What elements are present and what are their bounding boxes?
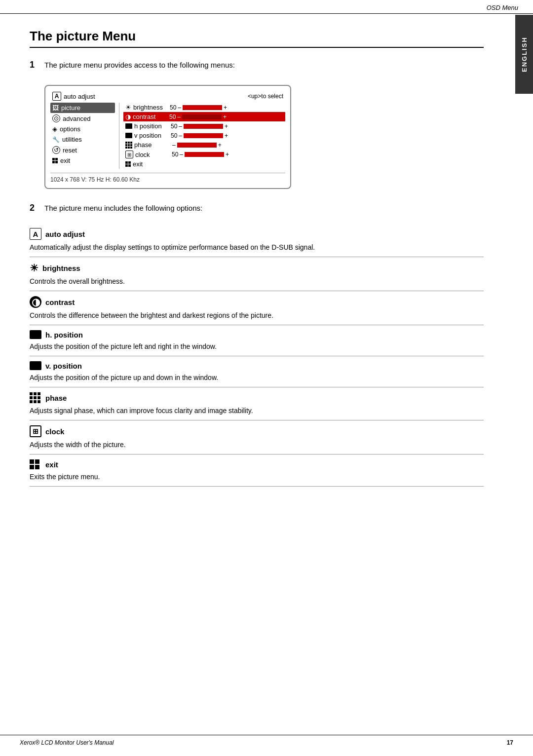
osd-top-right: <up>to select — [248, 93, 283, 100]
contrast-slider — [182, 114, 222, 119]
options-icon-osd: ◈ — [52, 125, 57, 133]
brightness-slider — [183, 105, 222, 110]
osd-row-hposition[interactable]: h position 50 – + — [123, 121, 285, 131]
top-bar: OSD Menu — [0, 0, 533, 14]
title-divider — [30, 47, 484, 48]
option-brightness-header: ☀ brightness — [30, 262, 484, 274]
brightness-title: brightness — [42, 264, 80, 272]
option-clock-header: ⊞ clock — [30, 425, 484, 437]
osd-menu-options[interactable]: ◈ options — [50, 124, 115, 134]
hposition-desc: Adjusts the position of the picture left… — [30, 341, 484, 352]
option-brightness: ☀ brightness Controls the overall bright… — [30, 257, 484, 291]
contrast-icon-osd: ◑ — [125, 113, 131, 120]
step1-text: The picture menu provides access to the … — [44, 60, 235, 69]
main-content: The picture Menu 1 The picture menu prov… — [0, 14, 513, 501]
contrast-icon: ◑ — [30, 296, 41, 308]
option-v-position: v. position Adjusts the position of the … — [30, 356, 484, 387]
hposition-slider — [184, 124, 223, 129]
osd-row-clock[interactable]: ⊞ clock 50 – + — [123, 150, 285, 159]
clock-icon-osd: ⊞ — [125, 151, 133, 158]
step2: 2 The picture menu includes the followin… — [30, 203, 484, 213]
osd-row-brightness[interactable]: ☀ brightness 50 – + — [123, 103, 285, 112]
exit-desc: Exits the picture menu. — [30, 472, 484, 482]
hposition-title: h. position — [45, 331, 83, 339]
osd-top-label: auto adjust — [64, 93, 95, 100]
phase-icon — [30, 392, 41, 403]
brightness-icon: ☀ — [30, 262, 38, 274]
hposition-icon — [30, 330, 41, 339]
clock-desc: Adjusts the width of the picture. — [30, 440, 484, 450]
option-phase-header: phase — [30, 392, 484, 403]
page-footer: Xerox® LCD Monitor User's Manual 17 — [0, 735, 533, 746]
reset-icon-osd: ↺ — [52, 146, 60, 154]
picture-icon-osd: 🖼 — [52, 104, 59, 112]
auto-adjust-icon-osd: A — [52, 92, 61, 101]
auto-adjust-desc: Automatically adjust the display setting… — [30, 242, 484, 253]
osd-menu-utilities[interactable]: 🔧 utilities — [50, 134, 115, 145]
osd-right-menu: ☀ brightness 50 – + ◑ contrast 50 — [123, 103, 285, 169]
vposition-icon-osd — [125, 133, 132, 138]
vposition-slider — [184, 133, 223, 138]
footer-right: 17 — [507, 739, 513, 746]
exit-title: exit — [45, 460, 58, 469]
phase-icon-osd — [125, 142, 132, 149]
option-auto-adjust-header: A auto adjust — [30, 228, 484, 240]
osd-row-exit[interactable]: exit — [123, 159, 285, 169]
auto-adjust-title: auto adjust — [45, 230, 85, 238]
phase-title: phase — [45, 394, 67, 402]
contrast-desc: Controls the difference between the brig… — [30, 310, 484, 321]
auto-adjust-icon: A — [30, 228, 41, 240]
step1: 1 The picture menu provides access to th… — [30, 60, 484, 70]
option-exit: exit Exits the picture menu. — [30, 454, 484, 487]
clock-icon: ⊞ — [30, 425, 41, 437]
brightness-desc: Controls the overall brightness. — [30, 276, 484, 287]
exit-icon-osd-left — [52, 158, 58, 163]
step2-text: The picture menu includes the following … — [44, 203, 202, 212]
option-contrast-header: ◑ contrast — [30, 296, 484, 308]
clock-slider — [185, 152, 224, 157]
option-vposition-header: v. position — [30, 361, 484, 370]
option-contrast: ◑ contrast Controls the difference betwe… — [30, 291, 484, 325]
clock-title: clock — [45, 427, 64, 436]
step2-number: 2 — [30, 203, 44, 213]
exit-icon-osd-right — [125, 161, 131, 167]
osd-menu-exit-left[interactable]: exit — [50, 155, 115, 166]
advanced-icon-osd: ⊙ — [52, 114, 60, 122]
footer-left: Xerox® LCD Monitor User's Manual — [20, 739, 114, 746]
option-h-position: h. position Adjusts the position of the … — [30, 325, 484, 356]
osd-top-row: A auto adjust <up>to select — [50, 91, 285, 102]
vposition-title: v. position — [45, 362, 82, 370]
phase-slider — [177, 143, 217, 148]
hposition-icon-osd — [125, 123, 132, 129]
osd-diagram: A auto adjust <up>to select 🖼 picture ⊙ … — [44, 85, 291, 189]
option-auto-adjust: A auto adjust Automatically adjust the d… — [30, 223, 484, 257]
option-exit-header: exit — [30, 459, 484, 469]
step1-number: 1 — [30, 60, 44, 70]
osd-menu-advanced[interactable]: ⊙ advanced — [50, 113, 115, 124]
vposition-icon — [30, 361, 41, 370]
osd-left-menu: 🖼 picture ⊙ advanced ◈ options 🔧 utiliti… — [50, 103, 119, 169]
option-hposition-header: h. position — [30, 330, 484, 339]
osd-row-contrast[interactable]: ◑ contrast 50 – + — [123, 112, 285, 121]
osd-row-vposition[interactable]: v position 50 – + — [123, 131, 285, 140]
osd-menu-reset[interactable]: ↺ reset — [50, 145, 115, 155]
exit-icon — [30, 459, 41, 469]
option-phase: phase Adjusts signal phase, which can im… — [30, 387, 484, 420]
contrast-title: contrast — [45, 298, 75, 306]
utilities-icon-osd: 🔧 — [52, 136, 60, 143]
page-title: The picture Menu — [30, 29, 484, 44]
osd-footer: 1024 x 768 V: 75 Hz H: 60.60 Khz — [50, 173, 285, 183]
osd-inner: 🖼 picture ⊙ advanced ◈ options 🔧 utiliti… — [50, 103, 285, 169]
phase-desc: Adjusts signal phase, which can improve … — [30, 406, 484, 416]
brightness-icon-osd: ☀ — [125, 104, 131, 111]
osd-menu-picture[interactable]: 🖼 picture — [50, 103, 115, 113]
osd-row-phase[interactable]: phase – + — [123, 140, 285, 150]
option-clock: ⊞ clock Adjusts the width of the picture… — [30, 420, 484, 454]
vposition-desc: Adjusts the position of the picture up a… — [30, 373, 484, 383]
options-section: A auto adjust Automatically adjust the d… — [30, 223, 484, 487]
header-title: OSD Menu — [487, 4, 518, 11]
side-tab-english: ENGLISH — [515, 15, 533, 94]
